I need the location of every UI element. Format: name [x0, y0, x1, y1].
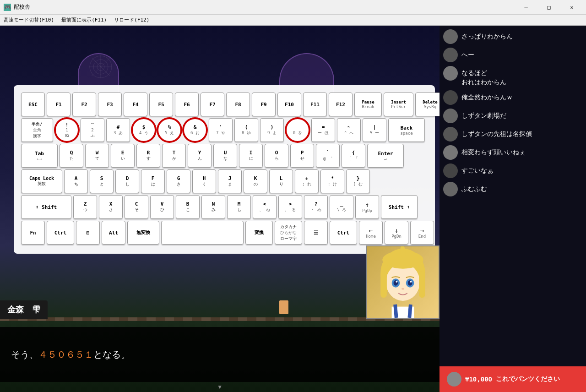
- menu-reload[interactable]: リロード(F12): [114, 16, 149, 23]
- key-o[interactable]: Oら: [265, 144, 288, 168]
- key-c[interactable]: Cそ: [125, 195, 148, 219]
- key-0[interactable]: 0 を: [286, 118, 309, 142]
- key-ctrl-right[interactable]: Ctrl: [330, 221, 357, 245]
- key-tab[interactable]: Tab←→: [21, 144, 58, 168]
- key-backslash[interactable]: _\ ろ: [330, 195, 353, 219]
- key-8[interactable]: (8 ゆ: [234, 118, 258, 142]
- key-5[interactable]: %5 え: [157, 118, 181, 142]
- key-j[interactable]: Jま: [218, 169, 242, 193]
- key-f9[interactable]: F9: [252, 93, 276, 116]
- key-delete[interactable]: DeleteSysRq: [415, 93, 440, 116]
- key-pgdn[interactable]: ↓PgDn: [385, 221, 408, 245]
- key-end[interactable]: →End: [410, 221, 434, 245]
- key-r[interactable]: Rす: [136, 144, 160, 168]
- key-9[interactable]: )9 よ: [260, 118, 284, 142]
- key-y[interactable]: Yん: [188, 144, 212, 168]
- menu-speed-mode[interactable]: 高速モード切替(F10): [4, 16, 54, 23]
- key-b[interactable]: Bこ: [176, 195, 200, 219]
- key-p[interactable]: Pせ: [290, 144, 314, 168]
- key-minus[interactable]: =ー ほ: [311, 118, 335, 142]
- key-f7[interactable]: F7: [201, 93, 224, 116]
- key-katakana[interactable]: カタカナひらがなローマ字: [275, 221, 302, 245]
- key-l[interactable]: Lり: [269, 169, 293, 193]
- maximize-button[interactable]: □: [538, 0, 559, 15]
- key-f3[interactable]: F3: [98, 93, 122, 116]
- key-1[interactable]: !1ぬ: [55, 118, 79, 142]
- key-shift-right[interactable]: Shift ⬆: [381, 195, 418, 219]
- key-q[interactable]: Qた: [60, 144, 83, 168]
- key-f2[interactable]: F2: [72, 93, 96, 116]
- key-f10[interactable]: F10: [277, 93, 301, 116]
- key-bracket-r[interactable]: }] む: [346, 169, 370, 193]
- keyboard-row-asdf: Caps Lock英数 Aち Sと Dし Fは Gき Hく Jま Kの Lり +…: [21, 169, 428, 193]
- key-muhenkan[interactable]: 無変換: [127, 221, 159, 245]
- key-f4[interactable]: F4: [124, 93, 147, 116]
- key-yen[interactable]: |¥ ー: [363, 118, 386, 142]
- key-enter[interactable]: Enter↵: [367, 144, 404, 168]
- title-bar: 🎮 配校舎 ─ □ ✕: [0, 0, 586, 15]
- key-left[interactable]: ←Home: [359, 221, 383, 245]
- key-caps-lock[interactable]: Caps Lock英数: [21, 169, 62, 193]
- key-slash[interactable]: ?・ め: [304, 195, 328, 219]
- key-e[interactable]: Eい: [111, 144, 135, 168]
- key-period[interactable]: >。 る: [278, 195, 302, 219]
- key-f1[interactable]: F1: [47, 93, 71, 116]
- key-menu[interactable]: ☰: [304, 221, 328, 245]
- svg-point-17: [396, 281, 397, 283]
- key-d[interactable]: Dし: [115, 169, 139, 193]
- key-6[interactable]: &6 お: [183, 118, 207, 142]
- key-s[interactable]: Sと: [90, 169, 114, 193]
- key-space[interactable]: [161, 221, 244, 245]
- key-backspace[interactable]: Backspace: [388, 118, 425, 142]
- key-f8[interactable]: F8: [226, 93, 250, 116]
- key-win[interactable]: ⊞: [76, 221, 100, 245]
- key-t[interactable]: Tか: [162, 144, 186, 168]
- key-hankaku[interactable]: 半角/全角漢字: [21, 118, 53, 142]
- key-3[interactable]: #3 あ: [106, 118, 130, 142]
- key-alt[interactable]: Alt: [102, 221, 125, 245]
- scroll-arrow: ▼: [218, 384, 221, 390]
- key-f12[interactable]: F12: [329, 93, 353, 116]
- key-f[interactable]: Fは: [141, 169, 165, 193]
- key-n[interactable]: Nみ: [201, 195, 225, 219]
- key-pause[interactable]: PauseBreak: [354, 93, 382, 116]
- key-m[interactable]: Mも: [227, 195, 251, 219]
- dialog-text: そう、４５０６５１となる。: [11, 347, 429, 362]
- key-z[interactable]: Zつ: [73, 195, 97, 219]
- key-h[interactable]: Hく: [192, 169, 216, 193]
- key-hat[interactable]: ~^ へ: [337, 118, 361, 142]
- key-semicolon[interactable]: +; れ: [295, 169, 319, 193]
- close-button[interactable]: ✕: [561, 0, 582, 15]
- key-henkan[interactable]: 変換: [245, 221, 273, 245]
- minimize-button[interactable]: ─: [515, 0, 537, 15]
- chat-avatar-5: [443, 109, 458, 123]
- key-f5[interactable]: F5: [149, 93, 173, 116]
- key-2[interactable]: "2ふ: [81, 118, 104, 142]
- key-4[interactable]: $4 う: [132, 118, 156, 142]
- key-u[interactable]: Uな: [213, 144, 237, 168]
- key-shift-left[interactable]: ⬆ Shift: [21, 195, 71, 219]
- menu-front[interactable]: 最前面に表示(F11): [61, 16, 107, 23]
- key-f6[interactable]: F6: [175, 93, 199, 116]
- key-insert[interactable]: InsertPrtScr: [384, 93, 413, 116]
- key-bracket-l[interactable]: {[ 「: [342, 144, 365, 168]
- key-esc[interactable]: ESC: [21, 93, 45, 116]
- key-f11[interactable]: F11: [303, 93, 327, 116]
- key-x[interactable]: Xさ: [99, 195, 123, 219]
- key-i[interactable]: Iに: [239, 144, 263, 168]
- dialog-box: そう、４５０６５１となる。: [0, 327, 440, 382]
- key-k[interactable]: Kの: [244, 169, 267, 193]
- key-a[interactable]: Aち: [64, 169, 88, 193]
- key-g[interactable]: Gき: [167, 169, 190, 193]
- key-ctrl-left[interactable]: Ctrl: [47, 221, 74, 245]
- key-v[interactable]: Vひ: [150, 195, 174, 219]
- key-7[interactable]: '7 や: [209, 118, 233, 142]
- key-w[interactable]: Wて: [85, 144, 109, 168]
- chat-text-9: ふむふむ: [461, 182, 582, 194]
- key-at[interactable]: `@ ゛: [316, 144, 340, 168]
- key-colon[interactable]: *: け: [320, 169, 344, 193]
- key-comma[interactable]: <、 ね: [253, 195, 277, 219]
- chat-avatar-6: [443, 127, 458, 142]
- key-pgup[interactable]: ↑PgUp: [355, 195, 379, 219]
- key-fn[interactable]: Fn: [21, 221, 45, 245]
